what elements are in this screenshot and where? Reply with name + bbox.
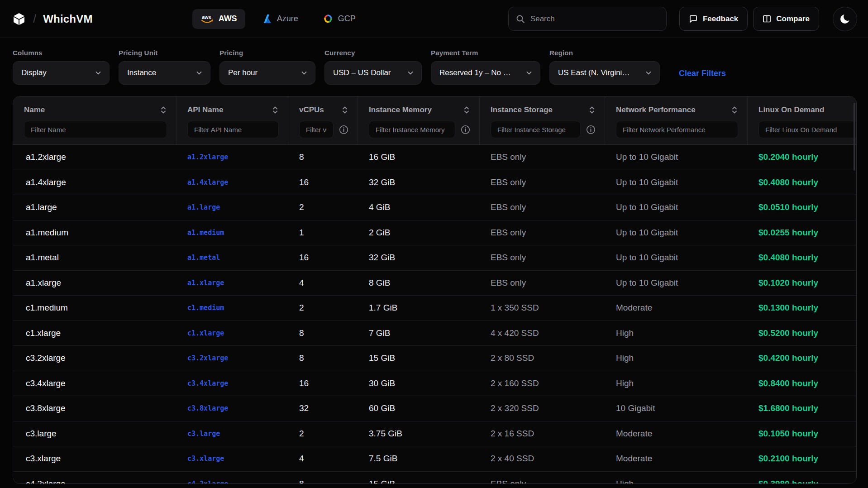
cell-storage: EBS only xyxy=(480,152,605,162)
cell-name: c3.xlarge xyxy=(13,454,176,464)
column-title: Instance Storage xyxy=(491,105,553,115)
cell-api-name[interactable]: a1.metal xyxy=(176,254,288,262)
cell-api-name[interactable]: c3.large xyxy=(176,430,288,438)
sort-icon[interactable] xyxy=(272,106,279,114)
svg-text:aws: aws xyxy=(202,14,211,20)
cell-vcpus: 2 xyxy=(288,429,358,439)
info-icon[interactable] xyxy=(586,125,596,134)
tab-azure[interactable]: Azure xyxy=(253,9,306,29)
sort-icon[interactable] xyxy=(160,106,167,114)
cell-name: a1.medium xyxy=(13,228,176,238)
cell-api-name[interactable]: a1.xlarge xyxy=(176,279,288,287)
cell-linux-on-demand-price: $0.1050 hourly xyxy=(748,429,856,439)
cell-api-name[interactable]: c3.4xlarge xyxy=(176,379,288,388)
cell-vcpus: 16 xyxy=(288,177,358,187)
table-row[interactable]: c3.4xlargec3.4xlarge1630 GiB2 x 160 SSDH… xyxy=(13,371,856,397)
cell-name: a1.metal xyxy=(13,253,176,263)
filter-input-instance-storage[interactable] xyxy=(491,121,581,138)
cell-api-name[interactable]: c3.xlarge xyxy=(176,455,288,463)
theme-toggle-button[interactable] xyxy=(833,7,857,31)
cell-memory: 15 GiB xyxy=(358,353,480,363)
cell-storage: 4 x 420 SSD xyxy=(480,328,605,338)
search-input[interactable] xyxy=(530,14,659,24)
filter-input-instance-memory[interactable] xyxy=(369,121,455,138)
cell-linux-on-demand-price: $0.1020 hourly xyxy=(748,278,856,288)
filter-input-name[interactable] xyxy=(24,121,167,138)
filter-input-api-name[interactable] xyxy=(187,121,279,138)
table-row[interactable]: c1.xlargec1.xlarge87 GiB4 x 420 SSDHigh$… xyxy=(13,321,856,346)
table-row[interactable]: a1.metala1.metal1632 GiBEBS onlyUp to 10… xyxy=(13,245,856,271)
payment-term-select[interactable]: Reserved 1y – No … xyxy=(431,61,540,85)
table-row[interactable]: c3.xlargec3.xlarge47.5 GiB2 x 40 SSDMode… xyxy=(13,446,856,472)
filter-label-pricing: Pricing xyxy=(219,49,315,57)
table-row[interactable]: c3.8xlargec3.8xlarge3260 GiB2 x 320 SSD1… xyxy=(13,396,856,421)
aws-logo-icon: aws xyxy=(200,14,214,24)
cell-api-name[interactable]: c1.xlarge xyxy=(176,329,288,337)
cell-network: High xyxy=(605,378,748,388)
sort-icon[interactable] xyxy=(731,106,738,114)
sort-icon[interactable] xyxy=(341,106,348,114)
table-row[interactable]: c4.2xlargec4.2xlarge815 GiBEBS onlyHigh$… xyxy=(13,472,856,484)
cell-api-name[interactable]: a1.medium xyxy=(176,229,288,237)
feedback-button[interactable]: Feedback xyxy=(679,7,748,31)
compare-button[interactable]: Compare xyxy=(753,7,819,31)
cell-network: Up to 10 Gigabit xyxy=(605,152,748,162)
filter-input-linux-on-demand[interactable] xyxy=(758,121,857,138)
cell-network: High xyxy=(605,328,748,338)
info-icon[interactable] xyxy=(461,125,470,134)
cell-storage: EBS only xyxy=(480,479,605,484)
column-header-api-name: API Name xyxy=(176,96,288,144)
cell-api-name[interactable]: a1.2xlarge xyxy=(176,153,288,161)
filter-input-network-performance[interactable] xyxy=(616,121,738,138)
table-row[interactable]: a1.largea1.large24 GiBEBS onlyUp to 10 G… xyxy=(13,195,856,220)
filter-group-currency: Currency USD – US Dollar xyxy=(324,49,422,85)
cell-api-name[interactable]: c1.medium xyxy=(176,304,288,312)
table-row[interactable]: c1.mediumc1.medium21.7 GiB1 x 350 SSDMod… xyxy=(13,296,856,321)
chevron-down-icon xyxy=(407,69,414,77)
tab-gcp[interactable]: GCP xyxy=(315,9,364,29)
filter-group-payment-term: Payment Term Reserved 1y – No … xyxy=(431,49,540,85)
region-select[interactable]: US East (N. Virgini… xyxy=(549,61,660,85)
cell-vcpus: 1 xyxy=(288,228,358,238)
chevron-down-icon xyxy=(525,69,533,77)
table-row[interactable]: a1.2xlargea1.2xlarge816 GiBEBS onlyUp to… xyxy=(13,145,856,170)
tab-aws[interactable]: aws AWS xyxy=(192,9,245,29)
cell-api-name[interactable]: c4.2xlarge xyxy=(176,480,288,484)
info-icon[interactable] xyxy=(339,125,348,134)
cell-vcpus: 32 xyxy=(288,403,358,413)
cell-linux-on-demand-price: $0.1300 hourly xyxy=(748,303,856,313)
cell-memory: 16 GiB xyxy=(358,152,480,162)
sort-icon[interactable] xyxy=(588,106,596,114)
currency-select[interactable]: USD – US Dollar xyxy=(324,61,422,85)
clear-filters-link[interactable]: Clear Filters xyxy=(679,69,726,78)
column-header-network-performance: Network Performance xyxy=(605,96,748,144)
scrollbar-thumb[interactable] xyxy=(854,103,855,171)
table-row[interactable]: c3.largec3.large23.75 GiB2 x 16 SSDModer… xyxy=(13,421,856,447)
table-row[interactable]: a1.4xlargea1.4xlarge1632 GiBEBS onlyUp t… xyxy=(13,170,856,196)
pricing-select[interactable]: Per hour xyxy=(219,61,315,85)
table-row[interactable]: c3.2xlargec3.2xlarge815 GiB2 x 80 SSDHig… xyxy=(13,346,856,371)
cell-network: Moderate xyxy=(605,303,748,313)
cell-name: c1.medium xyxy=(13,303,176,313)
cell-memory: 60 GiB xyxy=(358,403,480,413)
pricing-unit-select[interactable]: Instance xyxy=(119,61,210,85)
sort-icon[interactable] xyxy=(463,106,470,114)
search-box[interactable] xyxy=(508,7,667,31)
table-row[interactable]: a1.mediuma1.medium12 GiBEBS onlyUp to 10… xyxy=(13,220,856,246)
column-title: Name xyxy=(24,105,45,115)
cell-name: c3.large xyxy=(13,429,176,439)
cell-name: a1.4xlarge xyxy=(13,177,176,187)
filter-group-pricing-unit: Pricing Unit Instance xyxy=(119,49,210,85)
columns-select[interactable]: Display xyxy=(13,61,110,85)
table-row[interactable]: a1.xlargea1.xlarge48 GiBEBS onlyUp to 10… xyxy=(13,271,856,296)
brand[interactable]: / WhichVM xyxy=(12,12,93,26)
cell-api-name[interactable]: c3.2xlarge xyxy=(176,354,288,362)
filter-group-region: Region US East (N. Virgini… xyxy=(549,49,660,85)
cell-name: a1.xlarge xyxy=(13,278,176,288)
cell-api-name[interactable]: a1.large xyxy=(176,203,288,211)
cell-api-name[interactable]: c3.8xlarge xyxy=(176,404,288,412)
filter-input-vcpus[interactable] xyxy=(299,121,334,138)
cell-api-name[interactable]: a1.4xlarge xyxy=(176,178,288,187)
column-header-instance-storage: Instance Storage xyxy=(480,96,605,144)
cell-memory: 8 GiB xyxy=(358,278,480,288)
